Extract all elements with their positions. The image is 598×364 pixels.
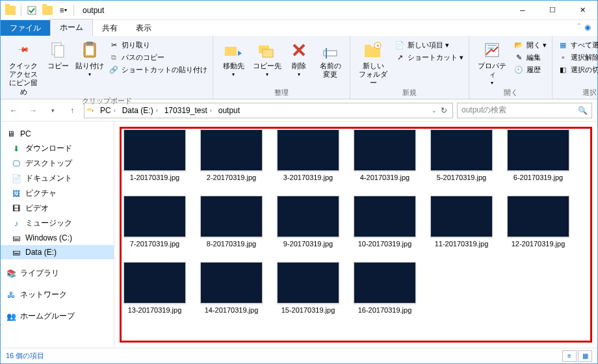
- tree-pc[interactable]: 🖥PC: [1, 127, 114, 141]
- chevron-right-icon[interactable]: ›: [112, 107, 117, 114]
- thumbnail-image: [124, 129, 186, 171]
- content-pane[interactable]: 1-20170319.jpg2-20170319.jpg3-20170319.j…: [114, 122, 597, 348]
- file-thumb[interactable]: 2-20170319.jpg: [200, 129, 263, 181]
- svg-rect-10: [326, 48, 327, 58]
- file-thumb[interactable]: 5-20170319.jpg: [430, 129, 493, 181]
- status-bar: 16 個の項目 ≡ ▦: [1, 348, 597, 363]
- tree-network[interactable]: 🖧ネットワーク: [1, 287, 114, 302]
- file-thumb[interactable]: 8-20170319.jpg: [200, 196, 263, 248]
- videos-icon: 🎞: [11, 203, 21, 214]
- navigation-row: ← → ▾ ↑ › PC› Data (E:)› 170319_test› ou…: [1, 99, 597, 122]
- tree-downloads[interactable]: ⬇ダウンロード: [1, 141, 114, 156]
- select-invert-button[interactable]: ◧選択の切り替え: [558, 64, 598, 75]
- file-thumb[interactable]: 11-20170319.jpg: [430, 196, 493, 248]
- paste-shortcut-button[interactable]: 🔗ショートカットの貼り付け: [109, 64, 207, 75]
- file-name: 1-20170319.jpg: [130, 174, 179, 181]
- select-all-button[interactable]: ▦すべて選択: [558, 40, 598, 50]
- tab-file[interactable]: ファイル: [1, 20, 50, 36]
- copy-path-button[interactable]: ⧉パスのコピー: [109, 52, 207, 62]
- history-button[interactable]: 🕘履歴: [514, 64, 547, 75]
- tree-cdrive[interactable]: 🖴Windows (C:): [1, 231, 114, 245]
- search-box[interactable]: outputの検索 🔍: [457, 103, 592, 118]
- delete-button[interactable]: 削除▾: [286, 38, 312, 78]
- file-thumb[interactable]: 3-20170319.jpg: [277, 129, 339, 181]
- address-bar[interactable]: › PC› Data (E:)› 170319_test› output ⌄ ↻: [84, 103, 453, 118]
- collapse-ribbon-icon[interactable]: ˆ: [578, 23, 580, 32]
- tree-library[interactable]: 📚ライブラリ: [1, 266, 114, 281]
- file-thumb[interactable]: 15-20170319.jpg: [277, 262, 339, 314]
- refresh-icon[interactable]: ↻: [441, 106, 447, 115]
- file-thumb[interactable]: 9-20170319.jpg: [277, 196, 339, 248]
- tree-documents[interactable]: 📄ドキュメント: [1, 171, 114, 186]
- tree-edrive[interactable]: 🖴Data (E:): [1, 245, 114, 259]
- tab-home[interactable]: ホーム: [50, 19, 93, 36]
- music-icon: ♪: [11, 218, 21, 229]
- help-icon[interactable]: ◉: [584, 23, 591, 32]
- search-icon: 🔍: [578, 106, 588, 115]
- copy-button[interactable]: コピー: [45, 38, 71, 70]
- crumb-pc[interactable]: PC›: [98, 106, 119, 115]
- file-thumb[interactable]: 1-20170319.jpg: [124, 129, 186, 181]
- tab-view[interactable]: 表示: [127, 20, 161, 36]
- tree-pictures[interactable]: 🖼ピクチャ: [1, 186, 114, 201]
- label: 移動先: [223, 62, 244, 70]
- moveto-button[interactable]: 移動先▾: [218, 38, 248, 78]
- minimize-button[interactable]: ─: [508, 1, 538, 20]
- view-thumbnails-button[interactable]: ▦: [578, 350, 592, 362]
- open-button[interactable]: 📂開く ▾: [514, 40, 547, 50]
- forward-button[interactable]: →: [25, 103, 41, 118]
- tree-desktop[interactable]: 🖵デスクトップ: [1, 156, 114, 171]
- file-thumb[interactable]: 4-20170319.jpg: [354, 129, 416, 181]
- titlebar: ≡▾ output ─ ☐ ✕: [1, 1, 597, 20]
- newitem-button[interactable]: 📄新しい項目 ▾: [395, 40, 463, 50]
- tree-homegroup[interactable]: 👥ホームグループ: [1, 309, 114, 324]
- maximize-button[interactable]: ☐: [538, 1, 567, 20]
- chevron-right-icon[interactable]: ›: [90, 107, 95, 114]
- address-dropdown-icon[interactable]: ⌄: [432, 107, 437, 114]
- paste-icon: [79, 40, 100, 60]
- tab-share[interactable]: 共有: [93, 20, 127, 36]
- properties-button[interactable]: プロパティ▾: [474, 38, 510, 86]
- x-icon: [289, 40, 309, 60]
- file-thumb[interactable]: 13-20170319.jpg: [124, 262, 186, 314]
- folder-icon[interactable]: [40, 3, 55, 18]
- chevron-right-icon[interactable]: ›: [209, 107, 213, 114]
- file-thumb[interactable]: 16-20170319.jpg: [354, 262, 416, 314]
- pin-quickaccess-button[interactable]: 📌 クイック アクセス にピン留め: [6, 38, 41, 96]
- file-thumb[interactable]: 14-20170319.jpg: [200, 262, 263, 314]
- tree-videos[interactable]: 🎞ビデオ: [1, 201, 114, 216]
- newfolder-button[interactable]: ✦ 新しい フォルダー: [356, 38, 391, 88]
- close-button[interactable]: ✕: [567, 1, 597, 20]
- label: 貼り付け: [75, 62, 104, 70]
- edit-button[interactable]: ✎編集: [514, 52, 547, 62]
- file-name: 5-20170319.jpg: [437, 174, 486, 181]
- svg-rect-2: [55, 46, 64, 57]
- qat-dropdown-icon[interactable]: ≡▾: [56, 3, 70, 18]
- drive-icon: 🖴: [11, 247, 21, 257]
- file-name: 6-20170319.jpg: [514, 174, 563, 181]
- chevron-right-icon[interactable]: ›: [155, 107, 159, 114]
- shortcut-button[interactable]: ↗ショートカット ▾: [395, 52, 463, 62]
- up-button[interactable]: ↑: [64, 103, 80, 118]
- thumbnail-image: [200, 262, 263, 304]
- recent-dropdown[interactable]: ▾: [45, 103, 60, 118]
- copyto-button[interactable]: コピー先▾: [252, 38, 282, 78]
- moveto-icon: [223, 40, 244, 60]
- tree-music[interactable]: ♪ミュージック: [1, 216, 114, 231]
- file-thumb[interactable]: 6-20170319.jpg: [507, 129, 569, 181]
- cut-button[interactable]: ✂切り取り: [109, 40, 207, 50]
- file-thumb[interactable]: 12-20170319.jpg: [507, 196, 569, 248]
- crumb-drive[interactable]: Data (E:)›: [120, 106, 161, 115]
- qat-checkbox-icon[interactable]: [25, 3, 39, 18]
- drive-icon: 🖴: [11, 233, 21, 243]
- edit-icon: ✎: [514, 52, 524, 62]
- crumb-folder1[interactable]: 170319_test›: [162, 106, 215, 115]
- file-thumb[interactable]: 7-20170319.jpg: [124, 196, 186, 248]
- crumb-folder2[interactable]: output: [216, 106, 242, 115]
- file-thumb[interactable]: 10-20170319.jpg: [354, 196, 416, 248]
- paste-button[interactable]: 貼り付け ▾: [75, 38, 105, 78]
- view-details-button[interactable]: ≡: [562, 350, 577, 362]
- rename-button[interactable]: 名前の 変更: [316, 38, 344, 79]
- back-button[interactable]: ←: [6, 103, 21, 118]
- select-none-button[interactable]: ▫選択解除: [558, 52, 598, 62]
